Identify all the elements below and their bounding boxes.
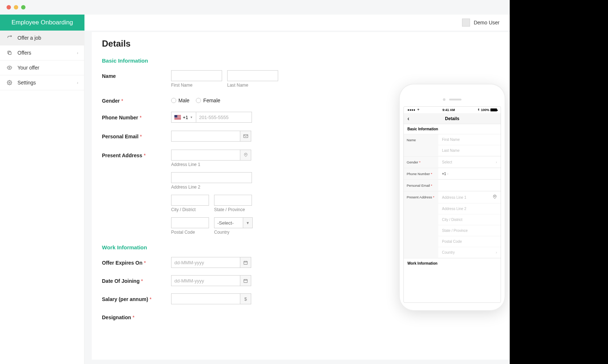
copy-icon <box>7 50 12 56</box>
mobile-work-section: Work Information <box>404 258 501 268</box>
mobile-name-label: Name <box>404 134 438 156</box>
gender-male-radio[interactable]: Male <box>171 98 189 103</box>
addr1-helper: Address Line 1 <box>171 162 253 167</box>
email-label: Personal Email * <box>102 131 171 142</box>
joining-label: Date Of Joining * <box>102 275 171 286</box>
sidebar-item-settings[interactable]: Settings › <box>0 75 84 90</box>
expires-date-input[interactable] <box>171 257 240 268</box>
address-line2-input[interactable] <box>171 172 252 183</box>
mobile-postal-input[interactable]: Postal Code <box>438 236 501 247</box>
mobile-addr2-input[interactable]: Address Line 2 <box>438 203 501 214</box>
chevron-right-icon: › <box>447 172 448 176</box>
username: Demo User <box>474 20 500 25</box>
name-label: Name <box>102 70 171 93</box>
city-input[interactable] <box>171 195 209 206</box>
mobile-address-label: Present Address * <box>404 191 438 258</box>
mobile-preview: ●●●● 9:41 AM 100% ‹ Details Ba <box>400 84 505 310</box>
battery-icon <box>490 108 497 111</box>
salary-input[interactable] <box>171 293 240 304</box>
window-minimize-dot[interactable] <box>14 5 18 9</box>
map-pin-icon <box>240 150 251 161</box>
first-name-helper: First Name <box>171 83 222 88</box>
map-pin-icon <box>493 195 497 200</box>
last-name-helper: Last Name <box>227 83 278 88</box>
sidebar-item-label: Offer a job <box>17 35 41 41</box>
svg-point-2 <box>9 82 10 83</box>
mobile-gender-label: Gender * <box>404 157 438 168</box>
gender-female-radio[interactable]: Female <box>196 98 220 103</box>
expires-label: Offer Expires On * <box>102 257 171 268</box>
sidebar-item-label: Settings <box>17 80 36 86</box>
mobile-status-bar: ●●●● 9:41 AM 100% <box>404 107 501 113</box>
mobile-first-name-input[interactable]: First Name <box>438 134 501 145</box>
phone-label: Phone Number * <box>102 112 171 123</box>
sidebar-item-your-offer[interactable]: Your offer <box>0 60 84 75</box>
mobile-header: ‹ Details <box>404 113 501 124</box>
mobile-addr1-input[interactable]: Address Line 1 <box>438 191 501 203</box>
calendar-icon[interactable] <box>240 257 251 268</box>
sidebar-item-offers[interactable]: Offers › <box>0 46 84 60</box>
chevron-right-icon: › <box>77 51 78 55</box>
address-label: Present Address * <box>102 150 171 240</box>
back-icon[interactable]: ‹ <box>407 115 409 122</box>
page-title: Details <box>102 39 500 49</box>
sidebar-item-offer-job[interactable]: Offer a job <box>0 31 84 46</box>
chevron-right-icon: › <box>77 80 78 85</box>
battery-pct: 100% <box>481 108 489 112</box>
mobile-state-input[interactable]: State / Province <box>438 225 501 236</box>
us-flag-icon <box>174 115 181 119</box>
mobile-gender-select[interactable]: Select› <box>438 157 501 168</box>
svg-rect-5 <box>244 261 248 264</box>
salary-label: Salary (per annum) * <box>102 293 171 304</box>
gender-label: Gender * <box>102 95 171 104</box>
window-maximize-dot[interactable] <box>21 5 25 9</box>
svg-point-4 <box>245 154 246 155</box>
mobile-country-select[interactable]: Country› <box>438 247 501 258</box>
last-name-input[interactable] <box>227 70 278 81</box>
postal-helper: Postal Code <box>171 230 209 235</box>
radio-icon <box>171 98 176 103</box>
avatar[interactable] <box>462 19 470 27</box>
chevron-down-icon[interactable]: ▼ <box>243 217 253 228</box>
state-helper: State / Province <box>214 207 252 212</box>
eye-icon <box>7 65 12 71</box>
mobile-time: 9:41 AM <box>442 108 455 112</box>
dollar-icon: $ <box>240 293 251 304</box>
country-select[interactable]: -Select- <box>214 217 243 228</box>
svg-point-1 <box>9 67 10 68</box>
address-line1-input[interactable] <box>171 150 240 161</box>
phone-camera-icon <box>443 98 446 101</box>
svg-point-7 <box>494 196 495 197</box>
envelope-icon <box>240 131 251 142</box>
mobile-phone-input[interactable]: +1 › <box>438 168 501 179</box>
mobile-email-input[interactable] <box>438 180 501 191</box>
mobile-basic-section: Basic Information <box>404 124 501 134</box>
sidebar: Offer a job Offers › Your offer Setting <box>0 31 84 364</box>
mobile-email-label: Personal Email * <box>404 180 438 191</box>
email-input[interactable] <box>171 131 240 142</box>
mobile-last-name-input[interactable]: Last Name <box>438 145 501 156</box>
phone-country-select[interactable]: +1 ▼ <box>171 112 196 123</box>
share-icon <box>7 35 12 41</box>
wifi-icon <box>416 108 420 112</box>
postal-input[interactable] <box>171 217 209 228</box>
chevron-down-icon: ▼ <box>190 116 193 119</box>
phone-input[interactable] <box>196 112 252 123</box>
state-input[interactable] <box>214 195 252 206</box>
chevron-right-icon: › <box>496 160 497 164</box>
brand-title: Employee Onboarding <box>0 15 84 31</box>
svg-rect-6 <box>244 279 248 282</box>
mobile-city-input[interactable]: City / District <box>438 214 501 225</box>
country-helper: Country <box>214 230 253 235</box>
gears-icon <box>7 80 12 86</box>
window-close-dot[interactable] <box>7 5 11 9</box>
window-chrome <box>0 0 510 15</box>
city-helper: City / District <box>171 207 209 212</box>
first-name-input[interactable] <box>171 70 222 81</box>
designation-label: Designation * <box>102 312 171 320</box>
svg-rect-0 <box>9 52 11 55</box>
calendar-icon[interactable] <box>240 275 251 286</box>
joining-date-input[interactable] <box>171 275 240 286</box>
radio-icon <box>196 98 201 103</box>
mobile-title: Details <box>445 116 459 121</box>
